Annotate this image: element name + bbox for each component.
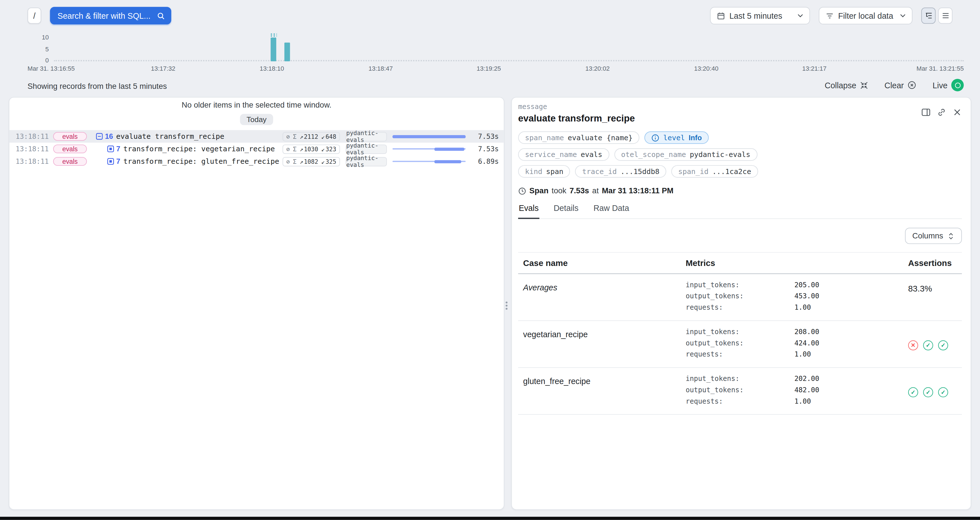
assertions-cell: ✓✓✓ [908,373,962,407]
span-waterfall [393,145,466,153]
collapse-icon [860,81,868,89]
output-tokens-count: 325 [326,158,336,165]
column-header-case-name: Case name [518,258,686,268]
calendar-icon [717,12,725,20]
attribute-pill-span-id[interactable]: span_id ...1ca2ce [671,165,758,178]
x-axis-tick: 13:18:47 [368,65,393,72]
span-duration: 7.53s [469,145,499,153]
clear-circle-x-icon [908,81,916,89]
records-histogram: 10 5 0 [0,31,980,61]
tree-view-icon [925,12,932,19]
trace-row[interactable]: 13:18:11 evals 7 transform_recipe: veget… [10,143,504,155]
sigma-icon: Σ [293,145,297,152]
collapse-children-button[interactable]: 7 [107,145,120,152]
search-sql-button[interactable]: Search & filter with SQL... [50,7,171,24]
output-tokens-count: 323 [326,145,336,152]
tab-evals[interactable]: Evals [518,203,539,219]
child-count: 7 [116,145,120,152]
chart-baseline [54,60,964,61]
project-badge[interactable]: evals [53,157,87,166]
table-row[interactable]: Averages input_tokens:205.00 output_toke… [518,274,962,321]
filter-label: Filter local data [838,11,896,21]
tree-view-toggle-button[interactable] [921,7,936,24]
columns-button-label: Columns [912,231,943,241]
trace-row[interactable]: 13:18:11 evals 16 evaluate transform_rec… [10,130,504,142]
records-status-text: Showing records from the last 5 minutes [27,82,167,91]
evals-table: Case name Metrics Assertions Averages in… [518,252,962,415]
chevron-down-icon [797,14,803,17]
live-toggle[interactable]: Live [933,79,964,91]
child-count: 16 [105,132,113,140]
span-detail-title: evaluate transform_recipe [518,113,921,123]
minus-square-icon [95,132,103,140]
case-name: vegetarian_recipe [518,327,686,360]
panel-resize-handle[interactable] [504,300,509,310]
x-axis-tick: 13:21:17 [802,65,827,72]
scope-badge[interactable]: pydantic-evals [346,132,387,141]
record-type-label: message [518,102,921,111]
attribute-pill-otel-scope-name[interactable]: otel_scope_name pydantic-evals [614,148,757,161]
search-button-label: Search & filter with SQL... [57,11,151,21]
collapse-button-label: Collapse [825,80,856,90]
attribute-pill-span-name[interactable]: span_name evaluate {name} [518,131,640,144]
table-row[interactable]: gluten_free_recipe input_tokens:202.00 o… [518,368,962,415]
histogram-bar[interactable] [270,37,276,61]
trace-row[interactable]: 13:18:11 evals 7 transform_recipe: glute… [10,155,504,168]
x-axis-tick: 13:17:32 [151,65,175,72]
info-icon [651,134,660,142]
case-name: gluten_free_recipe [518,373,686,407]
arrow-down-left-icon: ↙ [321,145,325,152]
column-header-assertions: Assertions [908,258,962,268]
time-range-dropdown[interactable]: Last 5 minutes [710,7,810,24]
scope-badge[interactable]: pydantic-evals [346,157,387,166]
sigma-icon: Σ [293,158,297,165]
case-metrics: input_tokens:208.00 output_tokens:424.00… [686,327,908,360]
attribute-pill-level[interactable]: level Info [644,131,709,144]
view-mode-toggle [921,7,953,24]
filter-local-data-dropdown[interactable]: Filter local data [819,7,913,24]
pass-check-icon: ✓ [908,387,918,397]
histogram-bar[interactable] [285,43,290,61]
tab-raw-data[interactable]: Raw Data [593,203,630,218]
date-separator-pill: Today [240,114,273,125]
live-indicator-icon [951,79,964,91]
open-in-panel-icon[interactable] [921,108,931,117]
project-badge[interactable]: evals [53,145,87,153]
column-header-metrics: Metrics [686,258,908,268]
keyboard-shortcut-slash-button[interactable]: / [27,7,41,24]
copy-link-icon[interactable] [937,108,946,117]
table-row[interactable]: vegetarian_recipe input_tokens:208.00 ou… [518,321,962,368]
tab-details[interactable]: Details [553,203,579,218]
x-axis: Mar 31. 13:16:55 13:17:32 13:18:10 13:18… [0,65,980,73]
collapse-button[interactable]: Collapse [825,80,868,90]
row-timestamp: 13:18:11 [16,157,46,166]
evals-table-header: Case name Metrics Assertions [518,253,962,274]
clear-button[interactable]: Clear [885,80,916,90]
close-icon[interactable] [953,108,962,117]
span-title[interactable]: evaluate transform_recipe [116,132,224,141]
x-axis-tick: 13:20:02 [585,65,610,72]
list-view-toggle-button[interactable] [938,7,953,24]
x-axis-tick: 13:19:25 [477,65,501,72]
y-axis-tick: 0 [0,57,49,64]
nested-span-icon [107,145,114,152]
attribute-pill-trace-id[interactable]: trace_id ...15ddb8 [575,165,667,178]
collapse-children-button[interactable]: 7 [107,158,120,165]
no-older-items-notice: No older items in the selected time wind… [10,101,504,110]
arrow-down-left-icon: ↙ [321,133,325,140]
pass-check-icon: ✓ [938,387,948,397]
attribute-pill-service-name[interactable]: service_name evals [518,148,609,161]
scope-badge[interactable]: pydantic-evals [346,144,387,153]
span-title[interactable]: transform_recipe: gluten_free_recipe [123,157,279,166]
columns-button[interactable]: Columns [905,228,962,244]
nested-span-icon [107,158,114,165]
row-timestamp: 13:18:11 [16,145,46,153]
attribute-pill-kind[interactable]: kind span [518,165,570,178]
project-badge[interactable]: evals [53,132,87,141]
sigma-icon: Σ [293,133,297,140]
case-name: Averages [518,279,686,313]
span-title[interactable]: transform_recipe: vegetarian_recipe [123,145,275,153]
collapse-children-button[interactable]: 16 [95,132,113,140]
x-axis-tick: 13:18:10 [260,65,284,72]
y-axis-tick: 10 [0,34,49,41]
